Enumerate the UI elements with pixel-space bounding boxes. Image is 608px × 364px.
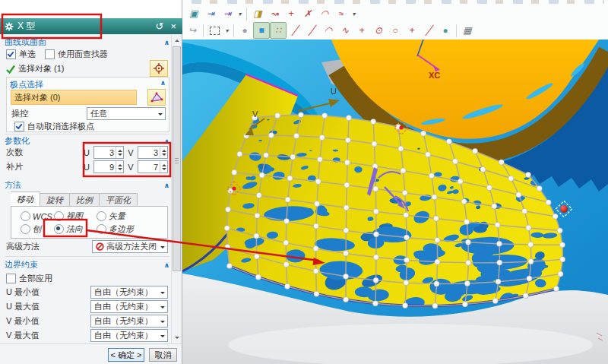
bridge-curve-icon[interactable]: ◠ — [316, 5, 333, 22]
tab-move[interactable]: 移动 — [11, 191, 40, 207]
chevron-up-icon[interactable]: ∧ — [164, 138, 169, 145]
dialog-titlebar[interactable]: X 型 ↺ × — [0, 18, 182, 34]
cross-curve-icon[interactable]: + — [283, 5, 299, 22]
boundary-row: V 最大值 自由（无约束） — [6, 329, 168, 342]
gear-icon — [5, 22, 14, 31]
section-header-boundary[interactable]: 边界约束 ∧ — [5, 259, 169, 271]
no-symbol-icon — [96, 242, 104, 251]
x-curve-icon[interactable]: ✗ — [299, 5, 316, 22]
cancel-button[interactable]: 取消 — [149, 348, 177, 362]
tab-rotate[interactable]: 旋转 — [40, 193, 70, 207]
radio-wcs[interactable]: WCS — [21, 210, 54, 222]
graphics-viewport[interactable]: XC U V — [182, 40, 608, 364]
radio-view[interactable]: 视图 — [54, 210, 97, 222]
export-body-alt-icon[interactable]: ⇥ — [219, 5, 236, 22]
lattice-icon[interactable]: ▦ — [459, 22, 476, 39]
ok-button[interactable]: < 确定 > — [108, 348, 144, 362]
x-form-dialog: X 型 ↺ × 曲线或曲面 ∧ 单选 使用面查找器 选择对象 (1) 极点选择 — [0, 0, 182, 364]
export-body-icon[interactable]: ⇥ — [202, 5, 219, 22]
chevron-up-icon[interactable]: ∧ — [164, 39, 169, 46]
reset-icon[interactable]: ↺ — [154, 21, 166, 31]
auto-deselect-row: 自动取消选择极点 — [14, 121, 155, 132]
radio-vector[interactable]: 矢量 — [97, 210, 125, 222]
dropdown-arrow-icon[interactable]: ▾ — [350, 5, 358, 22]
patch-u-spinner[interactable]: 9 — [93, 160, 124, 173]
pole-selection-group: 极点选择 ∧ 选择对象 (0) 操控 任意 自动取消选择极点 — [6, 77, 169, 132]
dropdown-arrow-icon[interactable]: ▾ — [236, 5, 244, 22]
auto-deselect-checkbox[interactable] — [14, 122, 24, 131]
toolbar-separator — [456, 24, 457, 37]
toolbar-row-1: ▣⇥⇥▾◨↝+✗◠≈▾ — [185, 5, 358, 22]
spin-up-icon — [118, 147, 122, 152]
dialog-title: X 型 — [17, 20, 35, 33]
scroll-down-button[interactable] — [173, 333, 182, 343]
profile-line-icon[interactable]: ╱ — [287, 22, 303, 39]
chevron-up-icon[interactable]: ∧ — [164, 182, 169, 189]
radio-polygon[interactable]: 多边形 — [97, 223, 134, 235]
chevron-up-icon[interactable]: ∧ — [164, 261, 169, 269]
pole-select-button[interactable] — [147, 89, 166, 106]
boundary-row: V 最小值 自由（无约束） — [6, 315, 168, 328]
circle-center-icon[interactable]: ⊙ — [370, 22, 387, 39]
patch-v-spinner[interactable]: 7 — [138, 160, 168, 173]
face-blend-icon[interactable]: ● — [437, 22, 454, 39]
select-crosshair-button[interactable] — [150, 60, 168, 77]
tab-scale[interactable]: 比例 — [70, 193, 100, 207]
studio-spline-icon[interactable]: ∿ — [337, 22, 353, 39]
green-check-icon — [6, 65, 15, 74]
boundary-constraint-select[interactable]: 自由（无约束） — [90, 329, 168, 342]
degree-v-spinner[interactable]: 3 — [138, 146, 168, 159]
show-poles-icon[interactable]: ∷ — [270, 22, 287, 39]
apply-all-checkbox[interactable] — [6, 274, 16, 283]
chevron-down-icon — [160, 321, 165, 325]
tab-planarize[interactable]: 平面化 — [100, 193, 138, 207]
point-icon[interactable]: + — [404, 22, 420, 39]
datum-stamp-icon[interactable]: ◨ — [249, 5, 266, 22]
close-icon[interactable]: × — [169, 21, 178, 31]
render-style-icon[interactable]: ● — [236, 22, 253, 39]
advanced-method-select[interactable]: 高级方法关闭 — [92, 240, 168, 253]
chevron-down-icon — [158, 113, 163, 118]
arc-icon[interactable]: ◠ — [320, 22, 337, 39]
radio-plane[interactable]: 刨 — [21, 223, 54, 235]
method-tabs: 移动旋转比例平面化 — [11, 193, 138, 207]
angled-line-icon[interactable]: ╱ — [420, 22, 437, 39]
section-header-parameterization[interactable]: 参数化 ∧ — [5, 135, 169, 147]
method-tab-panel: WCS视图矢量 刨法向多边形 — [11, 206, 168, 239]
boundary-row: U 最大值 自由（无约束） — [6, 300, 168, 313]
boundary-constraint-select[interactable]: 自由（无约束） — [90, 300, 168, 313]
manipulation-select[interactable]: 任意 — [87, 107, 166, 120]
advanced-method-row: 高级方法 高级方法关闭 — [6, 240, 168, 253]
snap-handle-icon[interactable]: ↪ — [184, 22, 201, 39]
use-face-finder-checkbox[interactable] — [45, 49, 55, 59]
section-header-method[interactable]: 方法 ∧ — [5, 179, 169, 191]
top-toolbar: ▣⇥⇥▾◨↝+✗◠≈▾ ↪▾●■∷╱╱◠∿+⊙○+╱●▦ — [182, 0, 608, 40]
select-object-row[interactable]: 选择对象 (1) — [6, 63, 168, 74]
pole-select-object-row[interactable]: 选择对象 (0) — [11, 90, 137, 105]
boundary-constraint-select[interactable]: 自由（无约束） — [90, 315, 168, 328]
edit-curve-icon[interactable]: ↝ — [266, 5, 283, 22]
rectangle-select-icon[interactable] — [206, 22, 223, 39]
dialog-scrollbar[interactable] — [171, 35, 182, 343]
scrollbar-thumb[interactable] — [173, 46, 181, 271]
scroll-up-button[interactable] — [173, 36, 182, 46]
single-select-checkbox[interactable] — [6, 49, 16, 59]
section-header-curves[interactable]: 曲线或曲面 ∧ — [5, 36, 169, 48]
dropdown-arrow-icon[interactable]: ▾ — [223, 22, 231, 39]
clipped-toolbar-row — [192, 0, 604, 4]
fit-curve-icon[interactable]: ≈ — [333, 5, 350, 22]
display-window-icon[interactable]: ▣ — [185, 5, 202, 22]
line-icon[interactable]: ╱ — [303, 22, 320, 39]
circle-icon[interactable]: ○ — [387, 22, 404, 39]
apply-all-row: 全部应用 — [6, 273, 168, 284]
point-axis-icon[interactable]: + — [353, 22, 370, 39]
section-header-pole-selection[interactable]: 极点选择 ∧ — [10, 79, 166, 90]
degree-row: 次数 U 3 V 3 — [6, 146, 168, 159]
xc-label: XC — [429, 71, 440, 80]
degree-u-spinner[interactable]: 3 — [93, 146, 124, 159]
radio-normal[interactable]: 法向 — [54, 223, 97, 235]
boundary-constraint-select[interactable]: 自由（无约束） — [90, 286, 168, 299]
chevron-down-icon — [160, 335, 165, 340]
toolbar-separator — [203, 24, 204, 37]
shaded-with-edges-icon[interactable]: ■ — [253, 22, 270, 39]
